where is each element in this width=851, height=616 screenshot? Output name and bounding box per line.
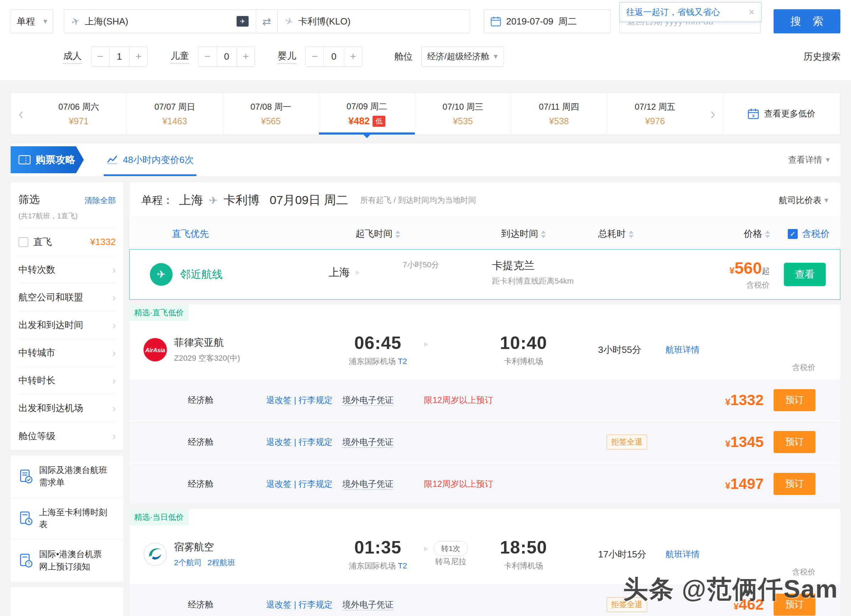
- filter-item-airports[interactable]: 出发和到达机场›: [18, 394, 116, 422]
- sort-arrive-time[interactable]: 到达时间: [474, 228, 573, 240]
- depart-airport: 浦东国际机场 T2: [328, 356, 428, 367]
- low-price-calendar-icon: ¥: [748, 108, 759, 119]
- flight-row[interactable]: AirAsia 菲律宾亚航 Z2029 空客320(中) 06:45 浦东国际机…: [129, 321, 840, 379]
- timetable-link[interactable]: 上海至卡利博时刻表: [11, 498, 123, 540]
- cabin-select[interactable]: 经济/超级经济舱 ▾: [421, 46, 504, 67]
- fare-row: 经济舱 退改签 | 行李规定 境外电子凭证 拒签全退 ¥1345 预订: [129, 421, 840, 462]
- date-tab[interactable]: 07/08 周一 ¥565: [223, 93, 319, 135]
- date-tab[interactable]: 07/06 周六 ¥971: [31, 93, 126, 135]
- from-field[interactable]: ✈ ✈: [64, 9, 256, 33]
- from-input[interactable]: [84, 16, 232, 27]
- filter-item-transfer-duration[interactable]: 中转时长›: [18, 367, 116, 394]
- baggage-rules-link[interactable]: 行李规定: [299, 479, 333, 488]
- swap-cities-button[interactable]: ⇄: [256, 9, 278, 33]
- history-search-link[interactable]: 历史搜索: [803, 50, 840, 63]
- nearby-view-button[interactable]: 查看: [784, 263, 826, 286]
- svg-text:AirAsia: AirAsia: [145, 347, 165, 353]
- search-button[interactable]: 搜 索: [774, 9, 840, 33]
- refund-rules-link[interactable]: 退改签: [266, 479, 292, 488]
- infant-stepper: − 0 +: [305, 46, 362, 67]
- more-low-prices-button[interactable]: ¥ 查看更多低价: [723, 93, 840, 135]
- book-button[interactable]: 预订: [774, 389, 815, 411]
- ticket-guide-button[interactable]: 购票攻略: [11, 146, 84, 173]
- evoucher-link[interactable]: 境外电子凭证: [343, 479, 394, 490]
- airport-picker-icon[interactable]: ✈: [236, 16, 249, 27]
- refund-rules-link[interactable]: 退改签: [266, 437, 292, 447]
- filter-item-transfers[interactable]: 中转次数›: [18, 256, 116, 284]
- adult-count: 1: [109, 47, 130, 66]
- date-tab[interactable]: 07/07 周日 ¥1463: [126, 93, 223, 135]
- direct-flight-filter[interactable]: 直飞 ¥1332: [18, 228, 116, 256]
- filter-title: 筛选: [18, 192, 40, 207]
- trip-type-select[interactable]: 单程 ▾: [11, 9, 53, 33]
- sort-duration[interactable]: 总耗时: [573, 228, 659, 240]
- segments-link[interactable]: 2程航班: [207, 557, 235, 568]
- date-tab[interactable]: 07/11 周四 ¥538: [511, 93, 607, 135]
- infant-minus-button[interactable]: −: [306, 47, 323, 66]
- book-button[interactable]: 预订: [774, 431, 815, 453]
- trip-type-value: 单程: [17, 15, 35, 28]
- sort-direct-first[interactable]: 直飞优先: [129, 228, 328, 240]
- local-time-note: 所有起飞 / 到达时间均为当地时间: [360, 195, 476, 206]
- prev-dates-arrow[interactable]: ‹: [11, 93, 31, 135]
- depart-date-field[interactable]: 2019-07-09 周二: [484, 9, 611, 33]
- baggage-rules-link[interactable]: 行李规定: [299, 599, 333, 609]
- depart-terminal: T2: [398, 357, 407, 366]
- date-tab[interactable]: 07/12 周五 ¥976: [607, 93, 703, 135]
- direct-checkbox[interactable]: [18, 237, 29, 247]
- view-details-link[interactable]: 查看详情 ▾: [788, 154, 830, 165]
- filter-item-transfer-city[interactable]: 中转城市›: [18, 339, 116, 367]
- child-plus-button[interactable]: +: [237, 47, 255, 66]
- child-minus-button[interactable]: −: [198, 47, 216, 66]
- adult-plus-button[interactable]: +: [130, 47, 147, 66]
- refund-rules-link[interactable]: 退改签: [266, 395, 292, 405]
- filter-item-cabin-class[interactable]: 舱位等级›: [18, 422, 116, 450]
- next-dates-arrow[interactable]: ›: [703, 93, 723, 135]
- chevron-right-icon: ›: [112, 347, 116, 359]
- nearby-route-label: 邻近航线: [180, 267, 223, 282]
- timetable-icon: [18, 511, 33, 526]
- child-count: 0: [216, 47, 237, 66]
- request-form-link[interactable]: 国际及港澳台航班需求单: [11, 455, 123, 498]
- price-trend-tab[interactable]: 48小时内变价6次: [107, 143, 194, 176]
- visa-refund-badge: 拒签全退: [607, 434, 647, 449]
- baggage-rules-link[interactable]: 行李规定: [299, 395, 333, 405]
- date-tab[interactable]: 07/10 周三 ¥535: [415, 93, 511, 135]
- close-icon[interactable]: ×: [748, 6, 755, 18]
- flight-details-link[interactable]: 航班详情: [659, 548, 744, 560]
- tax-included-checkbox[interactable]: ✓: [788, 229, 798, 239]
- to-input[interactable]: [298, 16, 462, 27]
- nearby-route-card[interactable]: ✈ 邻近航线 上海 7小时50分 卡提克兰 距卡利博直线距离54km ¥560起: [129, 249, 840, 300]
- evoucher-link[interactable]: 境外电子凭证: [343, 599, 394, 610]
- arrive-time: 10:40: [474, 333, 573, 353]
- direct-price: ¥1332: [90, 236, 116, 248]
- filter-item-airlines[interactable]: 航空公司和联盟›: [18, 284, 116, 311]
- flight-details-link[interactable]: 航班详情: [659, 344, 744, 355]
- tax-included-toggle[interactable]: ✓ 含税价: [788, 228, 830, 240]
- clear-all-filters-link[interactable]: 清除全部: [84, 195, 116, 206]
- refund-rules-link[interactable]: 退改签: [266, 599, 292, 609]
- evoucher-link[interactable]: 境外电子凭证: [343, 395, 394, 406]
- adult-label: 成人: [63, 50, 82, 63]
- chevron-right-icon: ›: [112, 291, 116, 303]
- infant-plus-button[interactable]: +: [344, 47, 362, 66]
- baggage-rules-link[interactable]: 行李规定: [299, 437, 333, 447]
- sort-price[interactable]: 价格: [744, 228, 770, 240]
- airline-compare-link[interactable]: 航司比价表 ▾: [779, 195, 828, 206]
- evoucher-link[interactable]: 境外电子凭证: [343, 437, 394, 448]
- roundtrip-promo-tooltip: 往返一起订，省钱又省心 ×: [619, 2, 761, 22]
- results-header: 单程： 上海 ✈ 卡利博 07月09日 周二 所有起飞 / 到达时间均为当地时间…: [129, 182, 840, 218]
- booking-notice-link[interactable]: ? 国际•港澳台机票网上预订须知: [11, 540, 123, 581]
- date-tab-selected[interactable]: 07/09 周二 ¥482低: [319, 93, 415, 135]
- depart-weekday: 周二: [558, 15, 577, 28]
- pipe-separator: |: [294, 437, 296, 447]
- filter-item-times[interactable]: 出发和到达时间›: [18, 311, 116, 339]
- book-button[interactable]: 预订: [774, 473, 815, 495]
- airline-name: 宿雾航空: [174, 540, 236, 554]
- tax-note: 含税价: [744, 321, 840, 379]
- sort-arrows-icon: [765, 230, 770, 238]
- to-field[interactable]: ✈: [278, 9, 469, 33]
- adult-minus-button[interactable]: −: [91, 47, 109, 66]
- sort-depart-time[interactable]: 起飞时间: [328, 228, 428, 240]
- carriers-link[interactable]: 2个航司: [174, 557, 202, 568]
